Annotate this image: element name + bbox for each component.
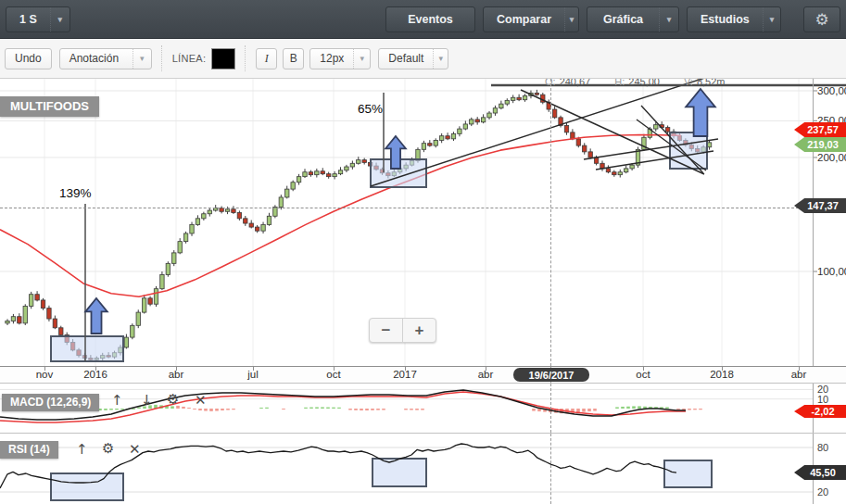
time-axis-label: abr: [478, 369, 494, 380]
time-axis-label: oct: [326, 369, 340, 380]
time-axis-label: jul: [247, 369, 259, 380]
price-level-dashed-line: [0, 208, 813, 208]
arrow-up-icon[interactable]: ↑: [76, 441, 88, 458]
chevron-down-icon[interactable]: ▾: [659, 7, 678, 32]
time-axis[interactable]: nov2016abrjuloct2017abroct2018abr 19/6/2…: [0, 366, 846, 384]
chevron-down-icon[interactable]: ▾: [133, 49, 151, 69]
annotation-mode-dropdown[interactable]: Anotación ▾: [59, 48, 152, 69]
rsi-scale-80: 80: [817, 442, 828, 453]
open-value: 240,67: [560, 79, 591, 87]
grafica-button[interactable]: Gráfica ▾: [587, 6, 679, 32]
gear-icon[interactable]: ⚙: [102, 440, 114, 457]
rsi-scale-20: 20: [817, 486, 828, 498]
bold-button[interactable]: B: [283, 48, 304, 69]
arrow-down-icon[interactable]: ↓: [141, 392, 153, 409]
moving-average-line[interactable]: [0, 135, 681, 297]
cursor-date-badge: 19/6/2017: [513, 368, 589, 382]
time-axis-label: nov: [36, 369, 54, 380]
interval-selector[interactable]: 1 S ▾: [6, 6, 70, 32]
candles-group[interactable]: [6, 90, 712, 361]
cursor-dashed-line: [550, 79, 551, 366]
chevron-down-icon[interactable]: ▾: [433, 49, 448, 69]
grafica-label: Gráfica: [587, 13, 659, 26]
volume-value: 8,52m: [697, 79, 726, 87]
zoom-out-button[interactable]: −: [370, 319, 402, 342]
annotation-arrows[interactable]: [85, 89, 715, 334]
gear-icon: ⚙: [814, 10, 828, 29]
price-badge-red: 237,57: [794, 122, 846, 137]
line-color-label: LÍNEA:: [172, 53, 207, 64]
percent-annotation-65[interactable]: 65%: [358, 102, 383, 116]
close-icon[interactable]: ✕: [195, 392, 207, 409]
chart-application: 1 S ▾ Eventos Comparar ▾ Gráfica ▾ Estud…: [0, 0, 846, 504]
price-axis-label: 200,00: [817, 152, 846, 163]
zoom-in-button[interactable]: +: [402, 319, 436, 342]
undo-label: Undo: [6, 52, 51, 65]
chevron-down-icon[interactable]: ▾: [353, 49, 370, 69]
comparar-label: Comparar: [484, 13, 564, 26]
close-icon[interactable]: ✕: [129, 441, 141, 458]
gear-icon[interactable]: ⚙: [167, 391, 179, 408]
time-axis-label: oct: [636, 369, 650, 380]
price-axis-line: [813, 79, 814, 366]
arrow-up-icon[interactable]: ↑: [111, 392, 123, 409]
undo-button[interactable]: Undo: [5, 48, 52, 69]
eventos-button[interactable]: Eventos: [385, 6, 475, 32]
font-size-dropdown[interactable]: 12px ▾: [309, 48, 371, 69]
chevron-down-icon[interactable]: ▾: [763, 7, 780, 32]
macd-line: [0, 390, 686, 420]
time-axis-label: 2016: [83, 369, 107, 380]
quote-readout: O:240,67 H:245,00 V:8,52m: [545, 79, 726, 87]
chevron-down-icon[interactable]: ▾: [50, 7, 69, 32]
cursor-dashed-line: [550, 384, 551, 433]
font-style-dropdown[interactable]: Default ▾: [378, 48, 448, 69]
font-size-label: 12px: [310, 52, 353, 65]
interval-label[interactable]: 1 S: [6, 13, 50, 26]
estudios-button[interactable]: Estudios ▾: [687, 6, 781, 32]
macd-svg[interactable]: [0, 384, 846, 433]
high-label: H:: [614, 79, 625, 87]
comparar-button[interactable]: Comparar ▾: [483, 6, 579, 32]
macd-label-badge: MACD (12,26,9): [2, 394, 99, 411]
price-badge-green: 219,03: [794, 137, 846, 152]
rsi-label-badge: RSI (14): [0, 441, 58, 459]
rsi-value-badge: 45,50: [794, 465, 846, 480]
zoom-control: − +: [369, 318, 436, 343]
time-axis-label: 2018: [710, 369, 734, 380]
macd-value-badge: -2,02: [794, 405, 846, 418]
price-badge-level: 147,37: [794, 198, 846, 213]
rsi-annotation-boxes[interactable]: [51, 459, 712, 500]
annotation-mode-label: Anotación: [60, 52, 133, 65]
time-axis-label: abr: [169, 369, 184, 380]
settings-button[interactable]: ⚙: [803, 6, 840, 32]
macd-histogram: [98, 405, 702, 413]
time-axis-label: 2017: [393, 369, 417, 380]
line-color-swatch[interactable]: [211, 48, 235, 69]
bold-label: B: [290, 52, 297, 65]
percent-annotation-139[interactable]: 139%: [59, 186, 92, 200]
time-axis-label: abr: [791, 369, 807, 380]
high-value: 245,00: [628, 79, 660, 87]
price-axis-label: 100,00: [817, 266, 846, 277]
toolbar-separator: [161, 45, 163, 71]
open-label: O:: [545, 79, 556, 87]
macd-scale-10: 10: [817, 394, 828, 405]
rsi-panel[interactable]: RSI (14) ↑ ⚙ ✕ 80 20: [0, 434, 846, 504]
chevron-down-icon[interactable]: ▾: [564, 7, 578, 32]
price-axis-label: 300,00: [817, 85, 846, 96]
toolbar-separator: [245, 45, 246, 71]
italic-button[interactable]: I: [256, 48, 277, 69]
rsi-svg[interactable]: [0, 434, 846, 504]
symbol-badge: MULTIFOODS: [0, 96, 99, 117]
volume-label: V:: [684, 79, 693, 87]
estudios-label: Estudios: [688, 13, 763, 26]
cursor-dashed-line: [550, 434, 551, 504]
annotation-toolbar: Undo Anotación ▾ LÍNEA: I B 12px ▾ Defau…: [0, 39, 846, 79]
eventos-label: Eventos: [386, 13, 474, 26]
macd-panel[interactable]: MACD (12,26,9) ↑ ↓ ⚙ ✕ 20 10: [0, 384, 846, 434]
main-chart-panel[interactable]: O:240,67 H:245,00 V:8,52m MULTIFOODS 139…: [0, 79, 846, 366]
top-toolbar: 1 S ▾ Eventos Comparar ▾ Gráfica ▾ Estud…: [0, 0, 846, 39]
font-style-label: Default: [379, 52, 433, 65]
italic-label: I: [265, 52, 269, 66]
